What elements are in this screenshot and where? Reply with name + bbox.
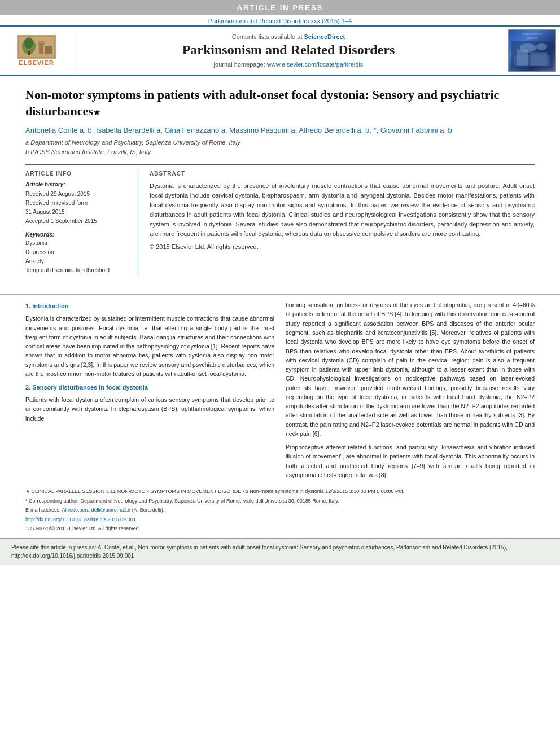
received-date: Received 29 August 2015 — [25, 190, 129, 199]
journal-line: Parkinsonism and Related Disorders xxx (… — [0, 15, 560, 25]
elsevier-image — [17, 36, 56, 58]
keywords-label: Keywords: — [25, 231, 129, 238]
sensory-heading: 2. Sensory disturbances in focal dystoni… — [25, 383, 274, 392]
right-para-1: burning sensation, grittiness or dryness… — [286, 300, 535, 438]
elsevier-wordmark: ELSEVIER — [19, 59, 54, 66]
abstract-column: ABSTRACT Dystonia is characterized by th… — [150, 171, 535, 275]
svg-rect-4 — [28, 51, 30, 55]
body-left-col: 1. Introduction Dystonia is characterize… — [25, 300, 274, 484]
elsevier-logo-area: ELSEVIER — [0, 27, 73, 75]
svg-point-12 — [520, 43, 536, 53]
homepage-url[interactable]: www.elsevier.com/locate/parkreldis — [267, 61, 364, 68]
keyword-depression: Depression — [25, 248, 129, 257]
intro-para: Dystonia is characterized by sustained o… — [25, 314, 274, 378]
journal-homepage: journal homepage: www.elsevier.com/locat… — [214, 61, 364, 68]
journal-header: ELSEVIER Contents lists available at Sci… — [0, 25, 560, 76]
body-content: 1. Introduction Dystonia is characterize… — [0, 300, 560, 484]
journal-title: Parkinsonism and Related Disorders — [182, 42, 395, 58]
svg-rect-7 — [38, 41, 45, 45]
keyword-dystonia: Dystonia — [25, 239, 129, 248]
affiliation-b: b IRCSS Neuromed Institute, Pozzilli, IS… — [25, 147, 535, 157]
footnotes: ★ CLINICAL PARALLEL SESSION 3.11 NON-MOT… — [0, 484, 560, 538]
sensory-para: Patients with focal dystonia often compl… — [25, 395, 274, 423]
journal-thumbnail: ParkinsonismJournal — [508, 29, 556, 72]
keyword-anxiety: Anxiety — [25, 257, 129, 266]
revised-date: 31 August 2015 — [25, 208, 129, 217]
journal-header-center: Contents lists available at ScienceDirec… — [73, 27, 504, 75]
star-footnote: ★ CLINICAL PARALLEL SESSION 3.11 NON-MOT… — [25, 488, 535, 496]
info-abstract-section: ARTICLE INFO Article history: Received 2… — [25, 164, 535, 275]
doi-line: http://dx.doi.org/10.1016/j.parkreldis.2… — [25, 516, 535, 524]
revised-label: Received in revised form — [25, 199, 129, 208]
corresponding-note: * Corresponding author, Department of Ne… — [25, 497, 535, 505]
article-in-press-banner: ARTICLE IN PRESS — [0, 0, 560, 15]
svg-point-3 — [24, 37, 33, 49]
keyword-tdt: Temporal discrimination threshold — [25, 266, 129, 275]
svg-rect-11 — [531, 53, 547, 66]
affiliation-a: a Department of Neurology and Psychiatry… — [25, 138, 535, 147]
body-right-col: burning sensation, grittiness or dryness… — [286, 300, 535, 484]
article-content: Non-motor symptoms in patients with adul… — [0, 76, 560, 289]
email-link[interactable]: Alfredo.berardelli@uniroma1.it — [62, 507, 131, 513]
history-label: Article history: — [25, 181, 129, 187]
abstract-heading: ABSTRACT — [150, 171, 535, 177]
article-info-column: ARTICLE INFO Article history: Received 2… — [25, 171, 138, 275]
page: ARTICLE IN PRESS Parkinsonism and Relate… — [0, 0, 560, 747]
affiliations: a Department of Neurology and Psychiatry… — [25, 138, 535, 156]
article-info-heading: ARTICLE INFO — [25, 171, 129, 177]
section-divider — [0, 294, 560, 295]
sciencedirect-link[interactable]: ScienceDirect — [304, 33, 345, 40]
doi-link[interactable]: http://dx.doi.org/10.1016/j.parkreldis.2… — [25, 517, 136, 522]
journal-thumbnail-area: ParkinsonismJournal — [504, 27, 560, 75]
intro-heading: 1. Introduction — [25, 302, 274, 311]
citation-bar: Please cite this article in press as: A.… — [0, 538, 560, 565]
accepted-date: Accepted 1 September 2015 — [25, 217, 129, 226]
email-note: E-mail address: Alfredo.berardelli@uniro… — [25, 506, 535, 514]
sciencedirect-line: Contents lists available at ScienceDirec… — [232, 33, 345, 40]
right-para-2: Proprioceptive afferent-related function… — [286, 443, 535, 479]
svg-point-13 — [536, 43, 547, 50]
copyright: © 2015 Elsevier Ltd. All rights reserved… — [150, 243, 535, 250]
svg-rect-6 — [45, 46, 53, 54]
authors: Antonella Conte a, b, Isabella Berardell… — [25, 126, 535, 134]
issn-line: 1353-8020/© 2015 Elsevier Ltd. All right… — [25, 525, 535, 533]
article-title: Non-motor symptoms in patients with adul… — [25, 87, 535, 119]
abstract-text: Dystonia is characterized by the presenc… — [150, 181, 535, 239]
